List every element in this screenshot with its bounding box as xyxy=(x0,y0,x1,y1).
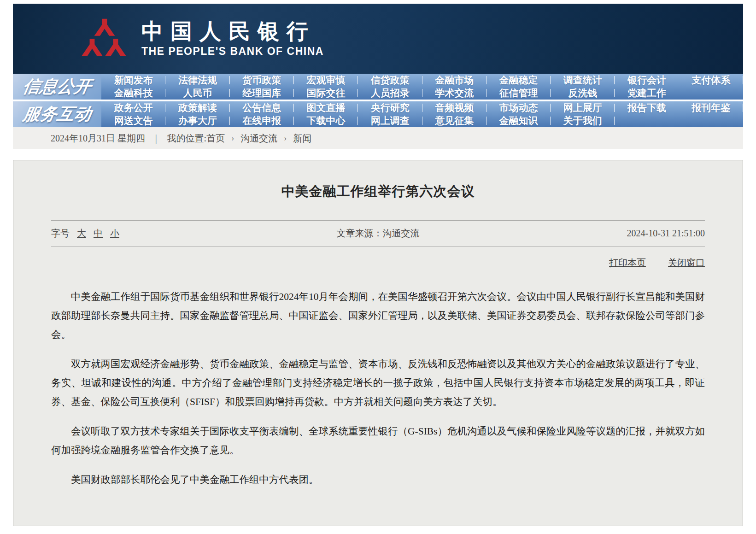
nav-item[interactable]: 下载中心 xyxy=(294,114,358,127)
nav-item[interactable]: 报告下载 xyxy=(615,101,679,114)
nav-item[interactable]: 支付体系 xyxy=(679,74,743,87)
nav-item[interactable]: 国际交往 xyxy=(294,87,358,100)
nav-item[interactable]: 银行会计 xyxy=(615,74,679,87)
font-size-label: 字号 xyxy=(51,227,70,240)
meta-top-rule xyxy=(51,220,705,221)
nav-item[interactable]: 政策解读 xyxy=(165,101,229,114)
nav-row-2: 金融科技人民币经理国库国际交往人员招录学术交流征信管理反洗钱党建工作 xyxy=(101,87,743,100)
main-navigation: 信息公开 新闻发布法律法规货币政策宏观审慎信贷政策金融市场金融稳定调查统计银行会… xyxy=(13,74,743,127)
article-body: 中美金融工作组于国际货币基金组织和世界银行2024年10月年会期间，在美国华盛顿… xyxy=(51,288,705,489)
nav-item[interactable]: 调查统计 xyxy=(551,74,615,87)
nav-item[interactable]: 金融稳定 xyxy=(486,74,551,87)
nav-item xyxy=(615,114,679,127)
current-date: 2024年10月31日 星期四 xyxy=(51,132,145,145)
nav-item[interactable]: 新闻发布 xyxy=(101,74,165,87)
breadcrumb-link-news[interactable]: 新闻 xyxy=(293,132,311,145)
nav-item[interactable]: 征信管理 xyxy=(486,87,551,100)
bank-name-en: THE PEOPLE'S BANK OF CHINA xyxy=(141,45,324,58)
publish-datetime: 2024-10-31 21:51:00 xyxy=(487,228,705,239)
nav-item[interactable]: 法律法规 xyxy=(165,74,229,87)
nav-item[interactable]: 货币政策 xyxy=(230,74,294,87)
article-tools: 打印本页 关闭窗口 xyxy=(51,257,705,269)
nav-item[interactable]: 学术交流 xyxy=(422,87,486,100)
nav-item[interactable]: 信贷政策 xyxy=(358,74,422,87)
article-paragraph: 美国财政部部长耶伦会见了中美金融工作组中方代表团。 xyxy=(51,470,705,489)
nav-item xyxy=(679,114,743,127)
page: 中国人民银行 THE PEOPLE'S BANK OF CHINA 信息公开 新… xyxy=(0,0,756,534)
nav-item[interactable]: 网送文告 xyxy=(101,114,165,127)
nav-section-service-interaction: 服务互动 政务公开政策解读公告信息图文直播央行研究音频视频市场动态网上展厅报告下… xyxy=(13,101,743,127)
bank-name-cn: 中国人民银行 xyxy=(141,20,324,44)
nav-item[interactable]: 在线申报 xyxy=(230,114,294,127)
nav-item[interactable]: 党建工作 xyxy=(615,87,679,100)
nav-item[interactable]: 宏观审慎 xyxy=(294,74,358,87)
font-size-medium-button[interactable]: 中 xyxy=(94,227,103,240)
article-paragraph: 中美金融工作组于国际货币基金组织和世界银行2024年10月年会期间，在美国华盛顿… xyxy=(51,288,705,344)
nav-item[interactable]: 反洗钱 xyxy=(551,87,615,100)
nav-item[interactable]: 公告信息 xyxy=(230,101,294,114)
nav-section-label-info[interactable]: 信息公开 xyxy=(13,74,101,100)
nav-item[interactable]: 金融知识 xyxy=(486,114,551,127)
article-title: 中美金融工作组举行第六次会议 xyxy=(51,182,705,201)
nav-item[interactable]: 音频视频 xyxy=(422,101,486,114)
breadcrumb-separator-icon: › xyxy=(231,134,234,143)
nav-item[interactable]: 金融市场 xyxy=(422,74,486,87)
font-size-large-button[interactable]: 大 xyxy=(77,227,86,240)
nav-item[interactable]: 网上展厅 xyxy=(551,101,615,114)
nav-item[interactable]: 网上调查 xyxy=(358,114,422,127)
print-page-button[interactable]: 打印本页 xyxy=(609,257,646,269)
nav-row-3: 政务公开政策解读公告信息图文直播央行研究音频视频市场动态网上展厅报告下载报刊年鉴 xyxy=(101,101,743,114)
font-size-small-button[interactable]: 小 xyxy=(110,227,119,240)
nav-item xyxy=(679,87,743,100)
nav-item[interactable]: 金融科技 xyxy=(101,87,165,100)
nav-item[interactable]: 关于我们 xyxy=(551,114,615,127)
location-label: 我的位置: xyxy=(167,132,207,145)
article-paragraph: 双方就两国宏观经济金融形势、货币金融政策、金融稳定与监管、资本市场、反洗钱和反恐… xyxy=(51,355,705,411)
article-panel: 中美金融工作组举行第六次会议 字号 大 中 小 文章来源：沟通交流 2024-1… xyxy=(13,160,743,526)
nav-section-info-disclosure: 信息公开 新闻发布法律法规货币政策宏观审慎信贷政策金融市场金融稳定调查统计银行会… xyxy=(13,74,743,100)
masthead: 中国人民银行 THE PEOPLE'S BANK OF CHINA xyxy=(13,4,743,74)
logo-text: 中国人民银行 THE PEOPLE'S BANK OF CHINA xyxy=(141,20,324,58)
nav-item[interactable]: 市场动态 xyxy=(486,101,551,114)
nav-item[interactable]: 经理国库 xyxy=(230,87,294,100)
pboc-emblem-icon xyxy=(80,16,129,61)
breadcrumb-link-exchange[interactable]: 沟通交流 xyxy=(240,132,277,145)
close-window-button[interactable]: 关闭窗口 xyxy=(668,257,705,269)
nav-item[interactable]: 意见征集 xyxy=(422,114,486,127)
source-label: 文章来源： xyxy=(337,228,383,238)
nav-section-label-service[interactable]: 服务互动 xyxy=(13,101,101,127)
nav-item[interactable]: 央行研究 xyxy=(358,101,422,114)
nav-item[interactable]: 图文直播 xyxy=(294,101,358,114)
nav-row-4: 网送文告办事大厅在线申报下载中心网上调查意见征集金融知识关于我们 xyxy=(101,114,743,127)
meta-bottom-rule xyxy=(51,246,705,246)
breadcrumb: 2024年10月31日 星期四 ｜ 我的位置: 首页 › 沟通交流 › 新闻 xyxy=(13,127,743,149)
nav-item[interactable]: 政务公开 xyxy=(101,101,165,114)
source-value: 沟通交流 xyxy=(383,228,420,238)
breadcrumb-separator-icon: › xyxy=(284,134,287,143)
article-meta: 字号 大 中 小 文章来源：沟通交流 2024-10-31 21:51:00 xyxy=(51,227,705,240)
nav-item[interactable]: 人民币 xyxy=(165,87,229,100)
breadcrumb-home-link[interactable]: 首页 xyxy=(206,132,225,145)
breadcrumb-divider: ｜ xyxy=(152,132,161,145)
article-paragraph: 会议听取了双方技术专家组关于国际收支平衡表编制、全球系统重要性银行（G-SIBs… xyxy=(51,422,705,460)
nav-item[interactable]: 报刊年鉴 xyxy=(679,101,743,114)
nav-row-1: 新闻发布法律法规货币政策宏观审慎信贷政策金融市场金融稳定调查统计银行会计支付体系 xyxy=(101,74,743,87)
nav-item[interactable]: 人员招录 xyxy=(358,87,422,100)
nav-item[interactable]: 办事大厅 xyxy=(165,114,229,127)
